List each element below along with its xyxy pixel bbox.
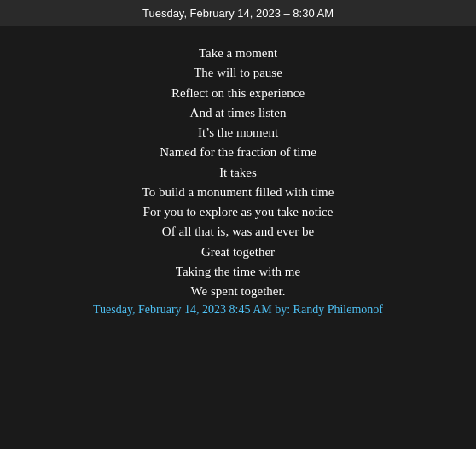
poem-line-1: Take a moment — [199, 44, 277, 63]
poem-line-2: The will to pause — [194, 63, 282, 83]
poem-line-13: We spent together. — [191, 282, 286, 301]
poem-line-11: Great together — [201, 242, 275, 262]
header-datetime: Tuesday, February 14, 2023 – 8:30 AM — [142, 7, 334, 20]
content: Take a moment The will to pause Reflect … — [0, 26, 476, 317]
poem-line-8: To build a monument filled with time — [142, 183, 334, 202]
poem-line-4: And at times listen — [190, 103, 287, 123]
poem-line-9: For you to explore as you take notice — [143, 202, 334, 222]
poem-line-5: It’s the moment — [198, 123, 278, 143]
poem-line-7: It takes — [219, 163, 257, 183]
poem-footer: Tuesday, February 14, 2023 8:45 AM by: R… — [93, 303, 383, 317]
poem-line-3: Reflect on this experience — [171, 84, 305, 103]
header-bar: Tuesday, February 14, 2023 – 8:30 AM — [0, 0, 476, 26]
poem-line-6: Named for the fraction of time — [160, 143, 316, 162]
poem-line-10: Of all that is, was and ever be — [162, 222, 314, 242]
poem-line-12: Taking the time with me — [176, 262, 300, 282]
